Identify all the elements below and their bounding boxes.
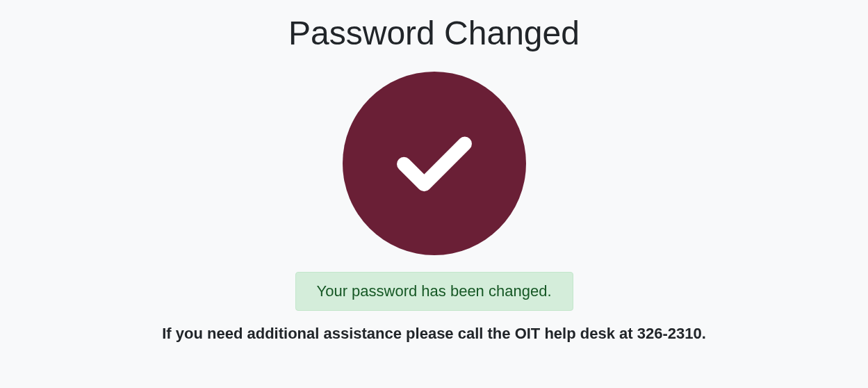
success-alert: Your password has been changed.: [295, 272, 573, 311]
help-desk-text: If you need additional assistance please…: [162, 325, 706, 343]
checkmark-icon: [386, 113, 483, 213]
success-circle: [343, 72, 526, 255]
page-title: Password Changed: [288, 14, 580, 52]
